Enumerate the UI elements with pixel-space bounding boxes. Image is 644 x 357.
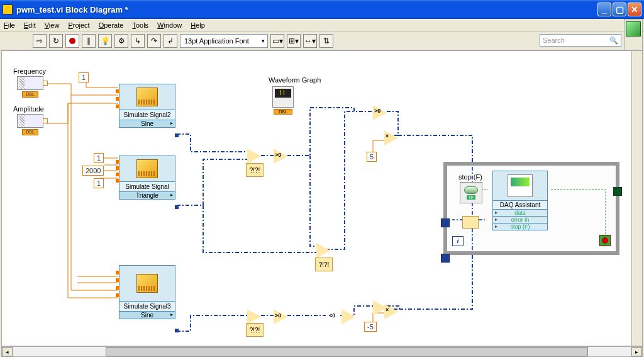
constant-1b[interactable]: 1: [94, 153, 104, 163]
vi-name-label: Simulate Signal: [119, 181, 175, 191]
constant-5[interactable]: 5: [367, 152, 377, 162]
stop-tf-tag: TF: [467, 195, 476, 200]
gt0-top-label: >0: [374, 108, 380, 114]
horizontal-scrollbar[interactable]: ◂ ▸: [1, 346, 643, 357]
simulate-signal-2[interactable]: Simulate Signal2 Sine: [119, 84, 175, 128]
lt0-label: >0: [275, 312, 281, 319]
vi-name-label: Simulate Signal3: [119, 301, 175, 311]
select-node[interactable]: [462, 216, 479, 229]
toolbar: ⇨ ↻ ∥ 💡 ⚙ ↳ ↷ ↲ 13pt Application Font ▭▾…: [0, 31, 644, 50]
vi-type-label: Sine: [119, 120, 175, 127]
daq-name: DAQ Assistant: [493, 200, 547, 209]
loop-iteration-terminal[interactable]: i: [452, 236, 464, 246]
menu-operate[interactable]: Operate: [99, 21, 124, 29]
menu-view[interactable]: View: [45, 21, 60, 29]
menu-project[interactable]: Project: [68, 21, 89, 29]
compare-bottom[interactable]: [341, 309, 355, 324]
compare-middle[interactable]: [316, 243, 330, 258]
menu-edit[interactable]: Edit: [24, 21, 36, 29]
window-title: pwm_test.vi Block Diagram *: [16, 5, 596, 14]
tunnel-data-in[interactable]: [441, 218, 450, 227]
lt-label: <0: [329, 312, 335, 319]
tunnel-right[interactable]: [613, 187, 622, 196]
frequency-type-tag: DBL: [22, 91, 38, 98]
waveform-graph-terminal[interactable]: [272, 86, 294, 108]
gt0-label: >0: [275, 152, 281, 158]
run-button[interactable]: ⇨: [33, 34, 47, 48]
menubar: File Edit View Project Operate Tools Win…: [0, 19, 644, 31]
step-over-button[interactable]: ↷: [147, 34, 161, 48]
align-button[interactable]: ▭▾: [270, 34, 284, 48]
signal-icon: [136, 88, 158, 106]
menu-file[interactable]: File: [4, 21, 15, 29]
run-continuous-button[interactable]: ↻: [49, 34, 63, 48]
graph-label: Waveform Graph: [269, 76, 321, 84]
icon-palette[interactable]: [624, 19, 643, 50]
scroll-right-button[interactable]: ▸: [631, 347, 642, 356]
vi-type-label: Sine: [119, 311, 175, 319]
bool-to-num-1[interactable]: ?!?!: [246, 163, 264, 177]
bool-to-num-mid[interactable]: ?!?!: [315, 258, 333, 271]
daq-icon: [508, 174, 533, 197]
scroll-thumb[interactable]: [106, 347, 589, 356]
simulate-signal-3[interactable]: Simulate Signal3 Sine: [119, 265, 175, 319]
daq-assistant[interactable]: DAQ Assistant data error in stop (F): [492, 171, 548, 230]
subtract-node-2[interactable]: [247, 309, 261, 324]
while-loop[interactable]: i stop (F) TF DAQ Assistant data error i…: [443, 162, 619, 255]
menu-help[interactable]: Help: [191, 21, 205, 29]
retain-wire-button[interactable]: ⚙: [114, 34, 128, 48]
constant-neg5[interactable]: -5: [364, 322, 377, 332]
window-titlebar: pwm_test.vi Block Diagram * _ ▢ ✕: [0, 0, 644, 19]
frequency-label: Frequency: [13, 67, 46, 75]
minimize-button[interactable]: _: [597, 3, 611, 16]
maximize-button[interactable]: ▢: [613, 3, 626, 16]
stop-label: stop (F): [458, 173, 482, 181]
reorder-button[interactable]: ⇅: [319, 34, 333, 48]
vi-connector-icon: [626, 21, 641, 37]
signal-icon: [136, 159, 158, 178]
bool-to-num-2[interactable]: ?!?!: [246, 323, 264, 337]
step-out-button[interactable]: ↲: [164, 34, 177, 48]
signal-icon: [136, 274, 158, 293]
vi-name-label: Simulate Signal2: [119, 110, 175, 120]
subtract-node-1[interactable]: [247, 149, 261, 164]
pause-button[interactable]: ∥: [82, 34, 96, 48]
constant-1a[interactable]: 1: [79, 72, 89, 82]
distribute-button[interactable]: ⊞▾: [287, 34, 301, 48]
daq-error-row: error in: [493, 216, 547, 223]
graph-type-tag: DBL: [274, 109, 292, 115]
stop-oval-icon: [464, 186, 478, 194]
simulate-signal[interactable]: Simulate Signal Triangle: [119, 156, 175, 200]
amplitude-type-tag: DBL: [22, 129, 38, 135]
menu-tools[interactable]: Tools: [132, 21, 148, 29]
search-input[interactable]: Search: [540, 34, 621, 47]
block-diagram-canvas[interactable]: Frequency DBL Amplitude DBL 1 1 2000 1 5…: [1, 50, 643, 346]
vi-type-label: Triangle: [119, 191, 175, 199]
tunnel-bottom[interactable]: [441, 254, 450, 263]
mul-2-label: ×: [386, 307, 389, 313]
amplitude-label: Amplitude: [13, 105, 44, 113]
abort-button[interactable]: [65, 34, 79, 48]
constant-1c[interactable]: 1: [94, 178, 104, 188]
step-into-button[interactable]: ↳: [131, 34, 145, 48]
close-button[interactable]: ✕: [628, 3, 641, 16]
resize-button[interactable]: ↔▾: [303, 34, 317, 48]
scroll-track[interactable]: [13, 347, 631, 356]
frequency-control[interactable]: [17, 76, 43, 90]
amplitude-control[interactable]: [17, 114, 43, 128]
scroll-left-button[interactable]: ◂: [2, 347, 13, 356]
app-icon: [3, 4, 13, 14]
menu-window[interactable]: Window: [157, 21, 182, 29]
daq-data-row: data: [493, 209, 547, 216]
stop-control[interactable]: TF: [460, 182, 482, 203]
highlight-button[interactable]: 💡: [98, 34, 112, 48]
constant-2000[interactable]: 2000: [82, 166, 104, 176]
mul-1-label: ×: [386, 133, 389, 139]
loop-stop-terminal[interactable]: [599, 235, 611, 246]
font-selector[interactable]: 13pt Application Font: [180, 34, 268, 48]
daq-stop-row: stop (F): [493, 223, 547, 230]
